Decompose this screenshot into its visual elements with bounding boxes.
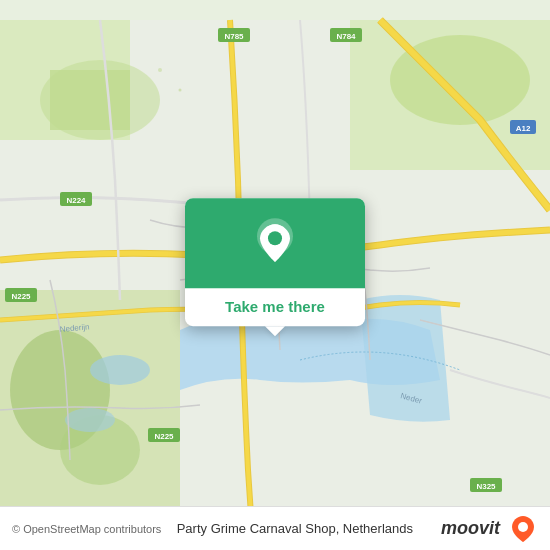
popup-label-area: Take me there: [185, 288, 365, 326]
svg-text:N325: N325: [476, 482, 496, 491]
location-pin-icon: [250, 216, 300, 271]
popup-icon-area: [185, 198, 365, 288]
svg-text:N225: N225: [154, 432, 174, 441]
moovit-brand-text: moovit: [441, 518, 500, 539]
moovit-logo: moovit: [441, 514, 538, 544]
map-container: N785 N784 A12 N224 N225 N225 N325 Nederi…: [0, 0, 550, 550]
svg-point-28: [179, 89, 182, 92]
svg-point-31: [268, 231, 282, 245]
svg-text:N784: N784: [336, 32, 356, 41]
svg-text:N224: N224: [66, 196, 86, 205]
popup-card: Take me there: [185, 198, 365, 326]
svg-point-3: [40, 60, 160, 140]
svg-text:N225: N225: [11, 292, 31, 301]
take-me-there-button[interactable]: Take me there: [199, 298, 351, 315]
location-name: Party Grime Carnaval Shop, Netherlands: [177, 521, 413, 536]
svg-text:N785: N785: [224, 32, 244, 41]
moovit-logo-icon: [508, 514, 538, 544]
copyright-text: © OpenStreetMap contributors: [12, 523, 161, 535]
svg-point-32: [518, 522, 528, 532]
bottom-left-info: © OpenStreetMap contributors Party Grime…: [12, 521, 413, 536]
svg-point-10: [65, 408, 115, 432]
svg-point-27: [158, 68, 162, 72]
svg-text:A12: A12: [516, 124, 531, 133]
bottom-bar: © OpenStreetMap contributors Party Grime…: [0, 506, 550, 550]
svg-point-9: [90, 355, 150, 385]
